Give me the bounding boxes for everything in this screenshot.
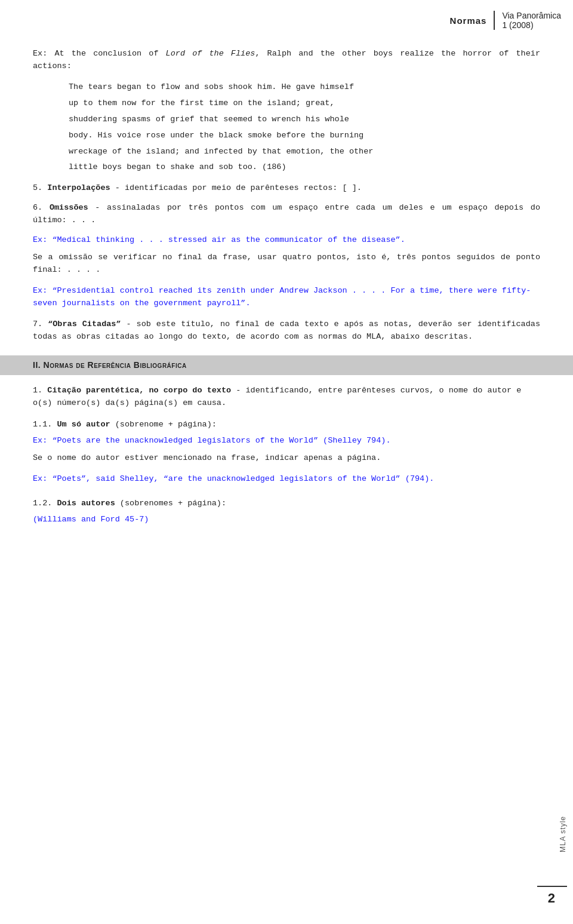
sub12-rest: (sobrenomes + página): bbox=[115, 499, 226, 508]
block-quote-line-1: The tears began to flow and sobs shook h… bbox=[69, 81, 540, 94]
sub11-para: Se o nome do autor estiver mencionado na… bbox=[33, 452, 540, 465]
header-right: Via Panorâmica 1 (2008) bbox=[494, 11, 573, 30]
sub12-example: (Williams and Ford 45-7) bbox=[33, 514, 540, 526]
sub12-label: Dois autores bbox=[57, 499, 115, 508]
page-wrapper: Normas Via Panorâmica 1 (2008) Ex: At th… bbox=[0, 0, 573, 924]
sub11-rest: (sobrenome + página): bbox=[110, 420, 217, 429]
subsection-1-1-title: 1.1. Um só autor (sobrenome + página): bbox=[33, 419, 540, 431]
section-6-title: Omissões bbox=[50, 203, 88, 212]
block-quote-line-5: wreckage of the island; and infected by … bbox=[69, 146, 540, 158]
main-content: Ex: At the conclusion of Lord of the Fli… bbox=[0, 48, 573, 343]
subsection-1-1: 1.1. Um só autor (sobrenome + página): E… bbox=[33, 419, 540, 486]
example-label: Ex: At the conclusion of bbox=[33, 49, 166, 58]
block-quote: The tears began to flow and sobs shook h… bbox=[69, 81, 540, 174]
subsection-1: 1. Citação parentética, no corpo do text… bbox=[33, 385, 540, 410]
sub11-example2: Ex: “Poets”, said Shelley, “are the unac… bbox=[33, 473, 540, 486]
block-quote-intro-para: Ex: At the conclusion of Lord of the Fli… bbox=[33, 48, 540, 73]
section-7: 7. “Obras Citadas” - sob este título, no… bbox=[33, 318, 540, 343]
sub11-label: Um só autor bbox=[57, 420, 110, 429]
sub1-num: 1. bbox=[33, 386, 47, 395]
page-number: 2 bbox=[548, 891, 555, 906]
sub12-num: 1.2. bbox=[33, 499, 57, 508]
block-quote-line-2: up to them now for the first time on the… bbox=[69, 97, 540, 110]
section-6-para2: Se a omissão se verificar no final da fr… bbox=[33, 251, 540, 277]
section-ii-bar: II. Normas de Referência Bibliográfica bbox=[0, 355, 573, 375]
block-quote-line-3: shuddering spasms of grief that seemed t… bbox=[69, 113, 540, 126]
section-ii-heading: II. Normas de Referência Bibliográfica bbox=[33, 360, 187, 370]
sub11-example: Ex: “Poets are the unacknowledged legisl… bbox=[33, 435, 540, 447]
journal-subtitle: Via Panorâmica bbox=[502, 11, 561, 20]
section-6: 6. Omissões - assinaladas por três ponto… bbox=[33, 202, 540, 227]
sub11-num: 1.1. bbox=[33, 420, 57, 429]
block-quote-line-6: little boys began to shake and sob too. … bbox=[69, 161, 540, 174]
section-7-num: 7. bbox=[33, 320, 48, 329]
sub1-label: Citação parentética, no corpo do texto bbox=[47, 386, 231, 395]
subsection-1-2: 1.2. Dois autores (sobrenomes + página):… bbox=[33, 498, 540, 526]
journal-name: Normas bbox=[450, 11, 494, 30]
section-6-rest: - assinaladas por três pontos com um esp… bbox=[33, 203, 540, 225]
section-6-example: Ex: “Medical thinking . . . stressed air… bbox=[33, 234, 540, 247]
book-title: Lord of the Flies bbox=[166, 49, 255, 58]
section-ii-content: 1. Citação parentética, no corpo do text… bbox=[0, 385, 573, 526]
issue-number: 1 (2008) bbox=[502, 20, 561, 30]
header: Normas Via Panorâmica 1 (2008) bbox=[0, 0, 573, 30]
subsection-1-2-title: 1.2. Dois autores (sobrenomes + página): bbox=[33, 498, 540, 510]
block-quote-line-4: body. His voice rose under the black smo… bbox=[69, 130, 540, 142]
side-label: MLA style bbox=[559, 816, 573, 852]
section-7-title: “Obras Citadas” bbox=[48, 320, 121, 329]
section-5-title: Interpolações bbox=[47, 183, 110, 192]
section-6-example2: Ex: “Presidential control reached its ze… bbox=[33, 285, 540, 310]
section-5-num: 5. bbox=[33, 183, 47, 192]
subsection-1-title: 1. Citação parentética, no corpo do text… bbox=[33, 385, 540, 410]
section-5: 5. Interpolações - identificadas por mei… bbox=[33, 182, 540, 195]
section-6-num: 6. bbox=[33, 203, 50, 212]
bottom-line bbox=[537, 886, 567, 887]
section-5-rest: - identificadas por meio de parênteses r… bbox=[110, 183, 362, 192]
